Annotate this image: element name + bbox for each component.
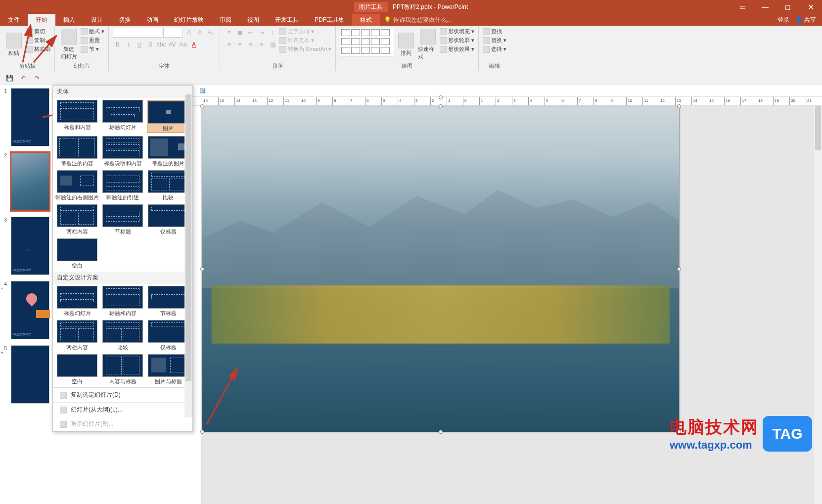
- smartart-button[interactable]: 转换为 SmartArt ▾: [279, 46, 331, 53]
- spacing-button[interactable]: AV: [167, 40, 177, 49]
- redo-icon[interactable]: ↷: [33, 74, 42, 83]
- layout2-picture-title[interactable]: 图片与标题: [147, 354, 189, 385]
- layout-picture[interactable]: 图片: [147, 100, 189, 133]
- copy-button[interactable]: 复制: [26, 37, 50, 44]
- tell-me-search[interactable]: 💡 告诉我您想要做什么...: [384, 14, 452, 26]
- resize-handle-bl[interactable]: [200, 430, 204, 434]
- reuse-slides-item[interactable]: 重用幻灯片(R)...: [53, 417, 192, 431]
- slide-thumb-5[interactable]: 5 *: [0, 342, 52, 407]
- slide-panel[interactable]: 1 标题文本样式 2 3 ←标题文本样式 4 * 标题文本样式 5 *: [0, 85, 52, 504]
- layout2-section-header[interactable]: 节标题: [147, 286, 189, 317]
- selected-picture[interactable]: [202, 106, 680, 432]
- layout2-compare[interactable]: 比较: [101, 320, 144, 351]
- tab-pdf[interactable]: PDF工具集: [307, 14, 352, 26]
- login-link[interactable]: 登录: [777, 16, 789, 24]
- layout-button[interactable]: 版式 ▾: [81, 28, 104, 35]
- format-painter-button[interactable]: 格式刷: [26, 46, 50, 53]
- layout2-title-only[interactable]: 仅标题: [147, 320, 189, 351]
- tab-insert[interactable]: 插入: [55, 14, 83, 26]
- layout-content-caption[interactable]: 带题注的内容: [56, 136, 98, 167]
- tab-developer[interactable]: 开发工具: [267, 14, 307, 26]
- find-button[interactable]: 查找: [483, 28, 506, 35]
- section-button[interactable]: 节 ▾: [81, 46, 104, 53]
- undo-icon[interactable]: ↶: [19, 74, 28, 83]
- tab-format[interactable]: 格式: [352, 14, 380, 26]
- ribbon-display-options-icon[interactable]: ▭: [731, 0, 754, 14]
- layout-compare[interactable]: 比较: [147, 170, 189, 201]
- align-left-button[interactable]: ≡: [224, 40, 234, 49]
- tab-review[interactable]: 审阅: [212, 14, 239, 26]
- picture-reset-icon[interactable]: 🖼: [200, 88, 206, 94]
- minimize-button[interactable]: —: [754, 0, 776, 14]
- layout-section-header[interactable]: 节标题: [101, 204, 144, 235]
- indent-decrease-button[interactable]: ⇤: [246, 28, 256, 38]
- replace-button[interactable]: 替换 ▾: [483, 37, 506, 44]
- gallery-scrollbar[interactable]: [184, 94, 192, 417]
- resize-handle-tr[interactable]: [677, 104, 681, 108]
- duplicate-slides-item[interactable]: 复制选定幻灯片(D): [53, 388, 192, 402]
- align-right-button[interactable]: ≡: [246, 40, 256, 49]
- bold-button[interactable]: B: [113, 40, 123, 49]
- layout2-blank[interactable]: 空白: [56, 354, 98, 385]
- slide-thumb-4[interactable]: 4 * 标题文本样式: [0, 278, 52, 342]
- shape-outline-button[interactable]: 形状轮廓 ▾: [440, 37, 474, 44]
- clear-format-icon[interactable]: Aₓ: [206, 28, 216, 38]
- decrease-font-icon[interactable]: A: [195, 28, 205, 38]
- justify-button[interactable]: ≡: [257, 40, 267, 49]
- increase-font-icon[interactable]: A: [184, 28, 194, 38]
- case-button[interactable]: Aa: [178, 40, 188, 49]
- select-button[interactable]: 选择 ▾: [483, 46, 506, 53]
- layout2-title-content[interactable]: 标题和内容: [101, 286, 144, 317]
- layout2-title-slide[interactable]: 标题幻灯片: [56, 286, 98, 317]
- save-icon[interactable]: 💾: [5, 74, 14, 83]
- italic-button[interactable]: I: [124, 40, 134, 49]
- tab-slideshow[interactable]: 幻灯片放映: [166, 14, 212, 26]
- close-button[interactable]: ✕: [799, 0, 822, 14]
- layout-quote-caption[interactable]: 带题注的引述: [101, 170, 144, 201]
- font-size-select[interactable]: [163, 28, 183, 38]
- resize-handle-l[interactable]: [200, 267, 204, 271]
- slide-thumb-2[interactable]: 2: [0, 149, 52, 214]
- numbering-button[interactable]: ≣: [235, 28, 245, 38]
- resize-handle-r[interactable]: [677, 267, 681, 271]
- layout2-content-title[interactable]: 内容与标题: [101, 354, 144, 385]
- font-family-select[interactable]: [113, 28, 162, 38]
- shadow-button[interactable]: abc: [156, 40, 166, 49]
- slides-from-outline-item[interactable]: 幻灯片(从大纲)(L)...: [53, 403, 192, 417]
- layout-picture-caption[interactable]: 带题注的图片: [147, 136, 189, 167]
- strike-button[interactable]: S: [145, 40, 155, 49]
- align-center-button[interactable]: ≡: [235, 40, 245, 49]
- underline-button[interactable]: U: [135, 40, 144, 49]
- shape-effects-button[interactable]: 形状效果 ▾: [440, 46, 474, 53]
- layout-two-content[interactable]: 两栏内容: [56, 204, 98, 235]
- shapes-gallery[interactable]: [340, 28, 394, 56]
- resize-handle-tl[interactable]: [200, 104, 204, 108]
- tab-design[interactable]: 设计: [83, 14, 111, 26]
- font-color-button[interactable]: A: [189, 40, 199, 49]
- layout2-two-content[interactable]: 两栏内容: [56, 320, 98, 351]
- arrange-button[interactable]: 排列: [396, 28, 416, 61]
- paste-button[interactable]: 粘贴: [4, 28, 24, 61]
- new-slide-button[interactable]: 新建 幻灯片: [59, 28, 79, 61]
- maximize-button[interactable]: ◻: [776, 0, 799, 14]
- horizontal-ruler[interactable]: 1615141312111098765432101234567891011121…: [193, 97, 822, 106]
- layout-title-only[interactable]: 仅标题: [147, 204, 189, 235]
- share-button[interactable]: 👤 共享: [795, 16, 816, 24]
- quick-styles-button[interactable]: 快速样式: [418, 28, 438, 61]
- columns-button[interactable]: ▥: [268, 40, 277, 49]
- resize-handle-b[interactable]: [439, 430, 443, 434]
- bullets-button[interactable]: ≡: [224, 28, 234, 38]
- rotate-handle[interactable]: [439, 95, 443, 99]
- resize-handle-t[interactable]: [439, 104, 443, 108]
- layout-title-desc-content[interactable]: 标题说明和内容: [101, 136, 144, 167]
- align-text-button[interactable]: 对齐文本 ▾: [279, 37, 331, 44]
- tab-home[interactable]: 开始: [28, 14, 55, 26]
- cut-button[interactable]: 剪切: [26, 28, 50, 35]
- text-direction-button[interactable]: 文字方向 ▾: [279, 28, 331, 35]
- slide-thumb-3[interactable]: 3 ←标题文本样式: [0, 214, 52, 278]
- indent-increase-button[interactable]: ⇥: [257, 28, 267, 38]
- vertical-scrollbar[interactable]: [814, 106, 822, 504]
- layout-title-content[interactable]: 标题和内容: [56, 100, 98, 133]
- layout-title-slide[interactable]: 标题幻灯片: [101, 100, 144, 133]
- slide-thumb-1[interactable]: 1 标题文本样式: [0, 85, 52, 149]
